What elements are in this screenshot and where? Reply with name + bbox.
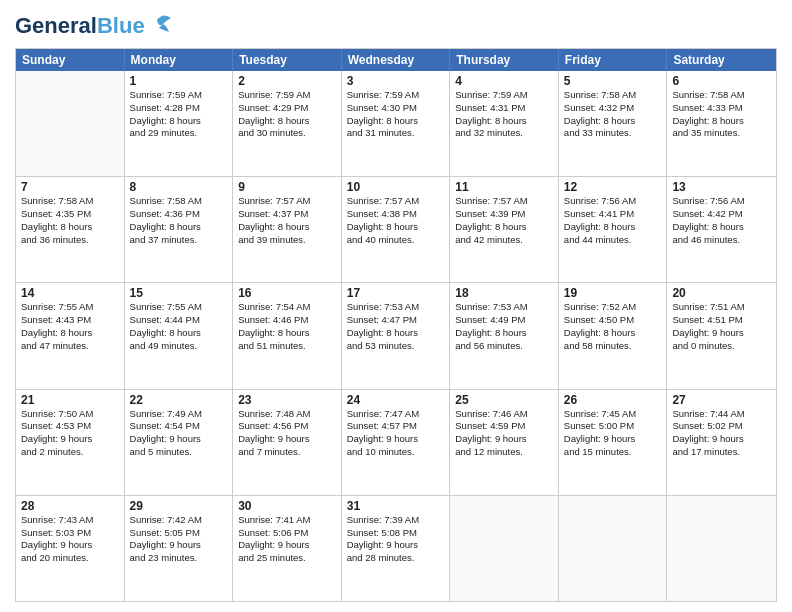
cell-line: Sunrise: 7:57 AM: [238, 195, 336, 208]
cell-line: and 12 minutes.: [455, 446, 553, 459]
calendar-body: 1Sunrise: 7:59 AMSunset: 4:28 PMDaylight…: [16, 71, 776, 601]
calendar-cell: 5Sunrise: 7:58 AMSunset: 4:32 PMDaylight…: [559, 71, 668, 176]
cell-line: and 15 minutes.: [564, 446, 662, 459]
cell-line: Sunrise: 7:53 AM: [455, 301, 553, 314]
cell-line: Daylight: 8 hours: [564, 221, 662, 234]
cell-line: and 31 minutes.: [347, 127, 445, 140]
day-number: 6: [672, 74, 771, 88]
calendar-cell: [559, 496, 668, 601]
cell-line: Daylight: 9 hours: [130, 433, 228, 446]
cell-line: and 17 minutes.: [672, 446, 771, 459]
cell-line: Sunrise: 7:57 AM: [347, 195, 445, 208]
cell-line: Daylight: 8 hours: [238, 115, 336, 128]
cell-line: Daylight: 9 hours: [347, 539, 445, 552]
cell-line: Sunset: 5:05 PM: [130, 527, 228, 540]
day-number: 26: [564, 393, 662, 407]
cell-line: Sunset: 4:53 PM: [21, 420, 119, 433]
calendar-cell: 24Sunrise: 7:47 AMSunset: 4:57 PMDayligh…: [342, 390, 451, 495]
cell-line: Sunrise: 7:51 AM: [672, 301, 771, 314]
day-number: 4: [455, 74, 553, 88]
cell-line: Daylight: 8 hours: [130, 115, 228, 128]
day-number: 19: [564, 286, 662, 300]
cell-line: Daylight: 8 hours: [347, 327, 445, 340]
calendar: SundayMondayTuesdayWednesdayThursdayFrid…: [15, 48, 777, 602]
calendar-cell: 13Sunrise: 7:56 AMSunset: 4:42 PMDayligh…: [667, 177, 776, 282]
cell-line: Sunrise: 7:58 AM: [564, 89, 662, 102]
cell-line: Sunset: 4:54 PM: [130, 420, 228, 433]
cell-line: and 5 minutes.: [130, 446, 228, 459]
cell-line: and 33 minutes.: [564, 127, 662, 140]
header-cell-saturday: Saturday: [667, 49, 776, 71]
day-number: 9: [238, 180, 336, 194]
calendar-row-0: 1Sunrise: 7:59 AMSunset: 4:28 PMDaylight…: [16, 71, 776, 177]
cell-line: Sunset: 4:31 PM: [455, 102, 553, 115]
cell-line: Sunset: 5:08 PM: [347, 527, 445, 540]
day-number: 14: [21, 286, 119, 300]
day-number: 20: [672, 286, 771, 300]
cell-line: and 58 minutes.: [564, 340, 662, 353]
cell-line: Sunrise: 7:58 AM: [21, 195, 119, 208]
cell-line: Sunset: 5:06 PM: [238, 527, 336, 540]
cell-line: Sunset: 4:50 PM: [564, 314, 662, 327]
day-number: 12: [564, 180, 662, 194]
calendar-cell: 17Sunrise: 7:53 AMSunset: 4:47 PMDayligh…: [342, 283, 451, 388]
cell-line: and 51 minutes.: [238, 340, 336, 353]
cell-line: and 0 minutes.: [672, 340, 771, 353]
cell-line: Sunrise: 7:55 AM: [21, 301, 119, 314]
cell-line: Sunrise: 7:49 AM: [130, 408, 228, 421]
day-number: 13: [672, 180, 771, 194]
cell-line: Sunrise: 7:56 AM: [672, 195, 771, 208]
cell-line: Daylight: 9 hours: [347, 433, 445, 446]
cell-line: Sunset: 4:57 PM: [347, 420, 445, 433]
cell-line: Sunset: 4:29 PM: [238, 102, 336, 115]
calendar-cell: 10Sunrise: 7:57 AMSunset: 4:38 PMDayligh…: [342, 177, 451, 282]
cell-line: Sunrise: 7:56 AM: [564, 195, 662, 208]
day-number: 31: [347, 499, 445, 513]
cell-line: Daylight: 8 hours: [564, 115, 662, 128]
day-number: 3: [347, 74, 445, 88]
cell-line: Daylight: 9 hours: [672, 433, 771, 446]
cell-line: Sunrise: 7:59 AM: [130, 89, 228, 102]
cell-line: Sunset: 4:46 PM: [238, 314, 336, 327]
logo-bird-icon: [149, 10, 177, 42]
cell-line: Sunset: 4:59 PM: [455, 420, 553, 433]
calendar-cell: 26Sunrise: 7:45 AMSunset: 5:00 PMDayligh…: [559, 390, 668, 495]
cell-line: and 30 minutes.: [238, 127, 336, 140]
day-number: 18: [455, 286, 553, 300]
cell-line: Sunset: 4:56 PM: [238, 420, 336, 433]
cell-line: Daylight: 9 hours: [238, 433, 336, 446]
cell-line: Sunset: 4:37 PM: [238, 208, 336, 221]
calendar-cell: 11Sunrise: 7:57 AMSunset: 4:39 PMDayligh…: [450, 177, 559, 282]
calendar-cell: 2Sunrise: 7:59 AMSunset: 4:29 PMDaylight…: [233, 71, 342, 176]
cell-line: Daylight: 8 hours: [130, 221, 228, 234]
day-number: 27: [672, 393, 771, 407]
cell-line: Sunrise: 7:53 AM: [347, 301, 445, 314]
cell-line: Sunrise: 7:50 AM: [21, 408, 119, 421]
cell-line: Sunrise: 7:41 AM: [238, 514, 336, 527]
day-number: 16: [238, 286, 336, 300]
cell-line: and 23 minutes.: [130, 552, 228, 565]
calendar-cell: 23Sunrise: 7:48 AMSunset: 4:56 PMDayligh…: [233, 390, 342, 495]
cell-line: and 56 minutes.: [455, 340, 553, 353]
header: GeneralBlue: [15, 10, 777, 42]
calendar-cell: 3Sunrise: 7:59 AMSunset: 4:30 PMDaylight…: [342, 71, 451, 176]
cell-line: Sunrise: 7:52 AM: [564, 301, 662, 314]
day-number: 17: [347, 286, 445, 300]
cell-line: Daylight: 8 hours: [455, 115, 553, 128]
cell-line: and 29 minutes.: [130, 127, 228, 140]
cell-line: Daylight: 8 hours: [238, 327, 336, 340]
cell-line: Sunrise: 7:59 AM: [455, 89, 553, 102]
cell-line: and 39 minutes.: [238, 234, 336, 247]
cell-line: Sunrise: 7:46 AM: [455, 408, 553, 421]
calendar-cell: 27Sunrise: 7:44 AMSunset: 5:02 PMDayligh…: [667, 390, 776, 495]
cell-line: Daylight: 9 hours: [130, 539, 228, 552]
cell-line: and 36 minutes.: [21, 234, 119, 247]
cell-line: Daylight: 8 hours: [21, 327, 119, 340]
cell-line: Sunset: 4:36 PM: [130, 208, 228, 221]
calendar-cell: 12Sunrise: 7:56 AMSunset: 4:41 PMDayligh…: [559, 177, 668, 282]
cell-line: Sunset: 4:30 PM: [347, 102, 445, 115]
cell-line: Sunset: 4:41 PM: [564, 208, 662, 221]
calendar-row-4: 28Sunrise: 7:43 AMSunset: 5:03 PMDayligh…: [16, 496, 776, 601]
cell-line: Sunset: 5:02 PM: [672, 420, 771, 433]
day-number: 2: [238, 74, 336, 88]
